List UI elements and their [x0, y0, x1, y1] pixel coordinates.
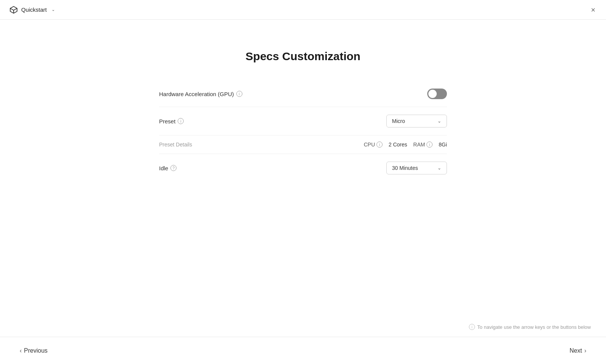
box-icon — [9, 5, 18, 14]
cpu-label: CPU — [364, 142, 375, 148]
idle-label: Idle ? — [159, 165, 176, 171]
main-content: Specs Customization Hardware Acceleratio… — [0, 20, 606, 337]
form-container: Hardware Acceleration (GPU) i Preset i M… — [159, 81, 447, 182]
page-title: Specs Customization — [245, 50, 360, 63]
next-button[interactable]: Next › — [565, 344, 591, 357]
preset-label: Preset i — [159, 118, 184, 124]
previous-label: Previous — [24, 347, 47, 354]
ram-info-icon[interactable]: i — [426, 142, 433, 148]
toggle-knob — [428, 90, 437, 98]
hardware-acceleration-toggle[interactable] — [427, 89, 447, 99]
previous-button[interactable]: ‹ Previous — [15, 344, 52, 357]
nav-hint-text: To navigate use the arrow keys or the bu… — [477, 324, 591, 330]
top-bar: Quickstart ⌄ × — [0, 0, 606, 20]
hardware-acceleration-label: Hardware Acceleration (GPU) i — [159, 91, 242, 97]
idle-dropdown[interactable]: 30 Minutes ⌄ — [386, 162, 447, 174]
cpu-value: 2 Cores — [389, 142, 407, 148]
ram-label: RAM — [413, 142, 425, 148]
cpu-info-icon[interactable]: i — [376, 142, 383, 148]
ram-value: 8Gi — [439, 142, 447, 148]
app-title: Quickstart — [21, 6, 47, 13]
hardware-acceleration-row: Hardware Acceleration (GPU) i — [159, 81, 447, 107]
preset-info-icon[interactable]: i — [178, 118, 184, 124]
next-label: Next — [570, 347, 582, 354]
cpu-spec: CPU i — [364, 142, 383, 148]
chevron-down-icon: ⌄ — [52, 7, 55, 12]
chevron-down-icon: ⌄ — [437, 118, 441, 124]
close-button[interactable]: × — [589, 5, 597, 15]
nav-hint: i To navigate use the arrow keys or the … — [469, 324, 591, 330]
ram-spec: RAM i — [413, 142, 433, 148]
app-logo[interactable]: Quickstart ⌄ — [9, 5, 55, 14]
idle-row: Idle ? 30 Minutes ⌄ — [159, 154, 447, 182]
chevron-down-icon: ⌄ — [437, 165, 441, 171]
idle-dropdown-value: 30 Minutes — [392, 165, 418, 171]
preset-details-row: Preset Details CPU i 2 Cores RAM i 8Gi — [159, 135, 447, 154]
idle-info-icon[interactable]: ? — [170, 165, 176, 171]
left-arrow-icon: ‹ — [20, 347, 22, 354]
preset-details-label: Preset Details — [159, 142, 364, 148]
preset-dropdown[interactable]: Micro ⌄ — [386, 115, 447, 128]
bottom-bar: ‹ Previous Next › — [0, 337, 606, 364]
preset-details-specs: CPU i 2 Cores RAM i 8Gi — [364, 142, 447, 148]
nav-hint-icon: i — [469, 324, 475, 330]
hardware-acceleration-info-icon[interactable]: i — [236, 91, 242, 97]
right-arrow-icon: › — [584, 347, 586, 354]
preset-dropdown-value: Micro — [392, 118, 405, 124]
preset-row: Preset i Micro ⌄ — [159, 107, 447, 135]
